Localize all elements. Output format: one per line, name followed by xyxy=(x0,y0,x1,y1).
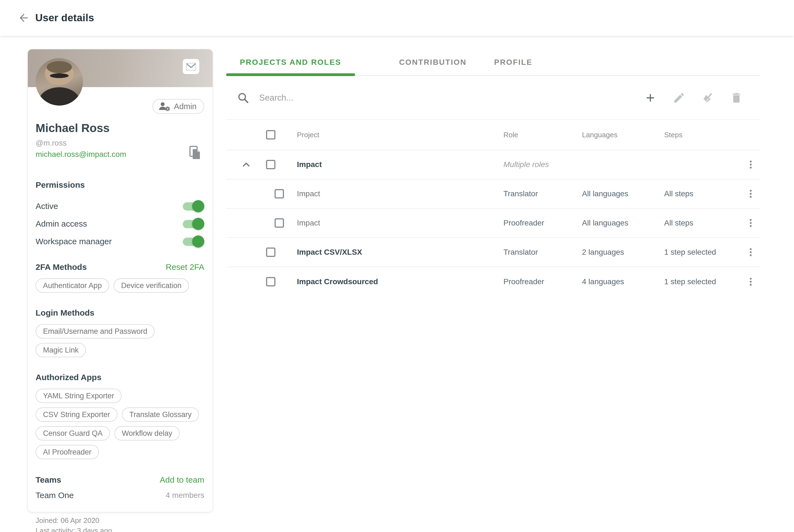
user-meta: Joined: 06 Apr 2020Last activity: 3 days… xyxy=(36,515,204,532)
edit-button[interactable] xyxy=(672,90,686,105)
add-to-team-link[interactable]: Add to team xyxy=(159,475,204,484)
row-menu-button[interactable] xyxy=(742,274,760,289)
row-checkbox[interactable] xyxy=(266,248,276,257)
trash-icon xyxy=(730,92,743,104)
tab[interactable]: CONTRIBUTION xyxy=(385,49,480,75)
row-menu-button[interactable] xyxy=(742,216,760,230)
authorized-app-chips: YAML String ExporterCSV String ExporterT… xyxy=(36,389,204,459)
project-name: Impact CSV/XLSX xyxy=(288,248,504,256)
project-steps: 1 step selected xyxy=(664,248,742,256)
add-button[interactable] xyxy=(643,90,658,105)
twofa-heading: 2FA Methods xyxy=(36,262,87,272)
tab[interactable]: PROJECTS AND ROLES xyxy=(226,49,355,75)
project-steps: 1 step selected xyxy=(664,277,742,286)
project-role: Translator xyxy=(504,189,582,198)
row-checkbox[interactable] xyxy=(266,277,276,286)
app-bar: User details xyxy=(0,0,794,36)
delete-button[interactable] xyxy=(729,90,744,105)
kebab-menu-icon xyxy=(745,188,756,199)
search-icon xyxy=(237,92,249,104)
authorized-app-chip: CSV String Exporter xyxy=(36,407,117,422)
broom-icon xyxy=(701,92,714,104)
authorized-app-chip: Workflow delay xyxy=(114,426,180,440)
user-meta-line: Last activity: 3 days ago xyxy=(36,526,204,532)
project-name: Impact xyxy=(288,218,504,227)
team-name: Team One xyxy=(36,491,74,500)
row-menu-button[interactable] xyxy=(742,157,760,172)
role-badge-label: Admin xyxy=(174,102,196,111)
permission-toggle[interactable] xyxy=(183,237,203,246)
login-methods-heading: Login Methods xyxy=(36,308,204,318)
user-email-link[interactable]: michael.ross@impact.com xyxy=(36,150,126,159)
authorized-app-chip: AI Proofreader xyxy=(36,445,99,459)
permission-row: Active xyxy=(36,197,204,215)
row-checkbox[interactable] xyxy=(275,218,284,228)
project-role: Multiple roles xyxy=(504,160,582,169)
search-input[interactable] xyxy=(259,93,507,103)
project-steps: All steps xyxy=(664,189,742,198)
kebab-menu-icon xyxy=(745,247,756,258)
twofa-chips: Authenticator AppDevice verification xyxy=(36,279,204,293)
plus-icon xyxy=(644,92,657,104)
project-languages: 2 languages xyxy=(582,248,664,256)
table-row: Impact Translator All languages All step… xyxy=(226,179,760,209)
table-header-row: Project Role Languages Steps xyxy=(226,120,760,150)
role-badge: Admin xyxy=(152,99,204,114)
table-toolbar xyxy=(226,76,760,120)
permission-toggle[interactable] xyxy=(183,202,203,211)
permission-toggle[interactable] xyxy=(183,219,203,229)
permission-label: Admin access xyxy=(36,219,87,229)
authorized-apps-heading: Authorized Apps xyxy=(36,373,204,382)
login-method-chip: Magic Link xyxy=(36,343,86,357)
authorized-app-chip: Translate Glossary xyxy=(122,407,199,422)
login-method-chips: Email/Username and PasswordMagic Link xyxy=(36,324,204,357)
project-role: Proofreader xyxy=(504,277,582,286)
row-menu-button[interactable] xyxy=(742,245,760,260)
project-role: Proofreader xyxy=(504,218,582,227)
kebab-menu-icon xyxy=(745,276,756,287)
table-row: Impact Multiple roles xyxy=(226,150,760,179)
team-row[interactable]: Team One 4 members xyxy=(36,491,204,500)
project-name: Impact xyxy=(288,189,504,198)
permission-label: Active xyxy=(36,202,58,211)
user-handle: @m.ross xyxy=(36,139,204,148)
arrow-left-icon xyxy=(18,12,30,24)
project-role: Translator xyxy=(504,248,582,256)
twofa-chip: Authenticator App xyxy=(36,279,109,293)
login-method-chip: Email/Username and Password xyxy=(36,324,155,339)
permission-label: Workspace manager xyxy=(36,237,112,246)
column-header-role: Role xyxy=(504,131,582,139)
back-button[interactable] xyxy=(16,10,32,26)
row-checkbox[interactable] xyxy=(275,189,284,198)
reset-2fa-link[interactable]: Reset 2FA xyxy=(166,262,204,272)
chevron-up-icon xyxy=(241,159,252,170)
mail-icon xyxy=(186,62,196,71)
project-steps: All steps xyxy=(664,218,742,227)
collapse-row-button[interactable] xyxy=(239,157,253,172)
permissions-heading: Permissions xyxy=(36,180,204,190)
row-menu-button[interactable] xyxy=(742,187,760,201)
copy-email-button[interactable] xyxy=(188,145,202,161)
select-all-checkbox[interactable] xyxy=(266,130,276,139)
clear-roles-button[interactable] xyxy=(700,90,715,105)
admin-user-gear-icon xyxy=(158,102,170,111)
teams-list: Team One 4 members xyxy=(36,491,204,500)
authorized-app-chip: YAML String Exporter xyxy=(36,389,121,403)
table-row: Impact Crowdsourced Proofreader 4 langua… xyxy=(226,267,760,296)
project-languages: All languages xyxy=(582,189,664,198)
user-meta-line: Joined: 06 Apr 2020 xyxy=(36,515,204,526)
authorized-app-chip: Censor Guard QA xyxy=(36,426,110,440)
send-email-button[interactable] xyxy=(183,59,199,74)
projects-table: Impact Multiple roles Impact xyxy=(226,150,760,296)
copy-icon xyxy=(189,146,201,160)
column-header-project: Project xyxy=(288,131,504,139)
table-row: Impact CSV/XLSX Translator 2 languages 1… xyxy=(226,238,760,267)
kebab-menu-icon xyxy=(745,159,756,170)
tab[interactable]: PROFILE xyxy=(480,49,546,75)
tab-bar: PROJECTS AND ROLES CONTRIBUTION PROFILE xyxy=(226,49,760,76)
kebab-menu-icon xyxy=(745,217,756,229)
project-languages: 4 languages xyxy=(582,277,664,286)
permission-row: Workspace manager xyxy=(36,233,204,250)
row-checkbox[interactable] xyxy=(266,160,276,169)
page-title: User details xyxy=(35,12,94,24)
